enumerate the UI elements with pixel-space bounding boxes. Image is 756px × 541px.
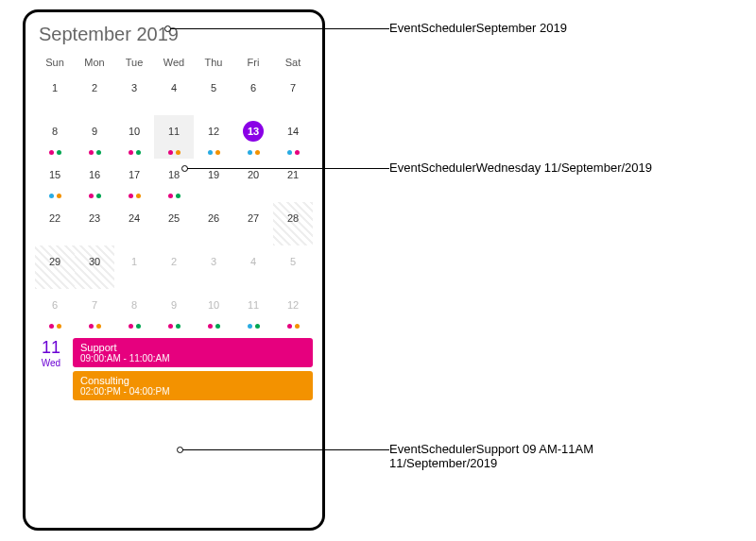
dow-cell: Sat — [273, 53, 313, 72]
event-indicators — [35, 194, 75, 198]
day-cell[interactable]: 19 — [194, 159, 233, 202]
event-dot — [57, 150, 61, 155]
day-cell[interactable]: 4 — [154, 72, 194, 115]
day-number: 13 — [243, 121, 264, 142]
event-indicators — [154, 150, 194, 155]
day-cell[interactable]: 12 — [194, 115, 233, 159]
event-dot — [96, 324, 101, 329]
annotation-text: EventSchedulerWednesday 11/September/201… — [389, 161, 652, 175]
event-dot — [129, 150, 133, 155]
day-cell[interactable]: 21 — [273, 159, 313, 202]
day-cell[interactable]: 1 — [114, 245, 154, 289]
day-number: 6 — [44, 295, 65, 315]
day-cell[interactable]: 2 — [154, 245, 194, 289]
event-time: 09:00:AM - 11:00:AM — [80, 353, 305, 363]
annotation-text: 11/September/2019 — [389, 456, 497, 470]
calendar-widget: September 2019 SunMonTueWedThuFriSat 123… — [23, 9, 325, 531]
day-cell[interactable]: 7 — [75, 289, 114, 332]
dow-cell: Thu — [194, 53, 233, 72]
day-cell[interactable]: 30 — [75, 245, 114, 289]
selected-date-weekday: Wed — [35, 358, 67, 368]
event-dot — [129, 194, 133, 198]
day-number: 30 — [84, 251, 105, 272]
event-dot — [248, 324, 252, 329]
event-title: Consulting — [80, 375, 305, 386]
event-dot — [49, 150, 54, 155]
day-cell[interactable]: 9 — [75, 115, 114, 159]
event-dot — [89, 194, 94, 198]
event-dot — [89, 324, 94, 329]
event-item[interactable]: Support09:00:AM - 11:00:AM — [73, 338, 313, 367]
week-row: 891011121314 — [35, 115, 313, 159]
day-number: 15 — [44, 164, 65, 185]
day-cell[interactable]: 8 — [114, 289, 154, 332]
day-number: 23 — [84, 208, 105, 228]
event-indicators — [154, 324, 194, 329]
week-row: 1234567 — [35, 72, 313, 115]
day-number: 29 — [44, 251, 65, 272]
day-cell[interactable]: 2 — [75, 72, 114, 115]
day-number: 12 — [283, 295, 303, 315]
day-cell[interactable]: 6 — [233, 72, 273, 115]
event-dot — [168, 194, 173, 198]
event-indicators — [35, 150, 75, 155]
day-number: 2 — [84, 77, 105, 98]
day-cell[interactable]: 25 — [154, 202, 194, 245]
day-cell[interactable]: 8 — [35, 115, 75, 159]
day-number: 12 — [203, 121, 224, 142]
day-cell[interactable]: 9 — [154, 289, 194, 332]
day-cell[interactable]: 7 — [273, 72, 313, 115]
event-dot — [96, 194, 101, 198]
day-cell[interactable]: 24 — [114, 202, 154, 245]
day-cell[interactable]: 6 — [35, 289, 75, 332]
day-cell[interactable]: 4 — [233, 245, 273, 289]
day-cell[interactable]: 10 — [114, 115, 154, 159]
day-cell[interactable]: 1 — [35, 72, 75, 115]
day-cell[interactable]: 28 — [273, 202, 313, 245]
day-cell[interactable]: 10 — [194, 289, 233, 332]
day-cell[interactable]: 27 — [233, 202, 273, 245]
event-indicators — [194, 324, 233, 329]
dow-cell: Mon — [75, 53, 114, 72]
day-number: 4 — [243, 251, 264, 272]
day-cell[interactable]: 3 — [194, 245, 233, 289]
day-cell[interactable]: 23 — [75, 202, 114, 245]
event-indicators — [233, 150, 273, 155]
day-cell[interactable]: 29 — [35, 245, 75, 289]
day-cell[interactable]: 14 — [273, 115, 313, 159]
day-cell[interactable]: 17 — [114, 159, 154, 202]
event-dot — [168, 150, 173, 155]
day-cell[interactable]: 12 — [273, 289, 313, 332]
annotation-event: EventSchedulerSupport 09 AM-11AM 11/Sept… — [389, 442, 593, 470]
day-number: 8 — [124, 295, 145, 315]
event-item[interactable]: Consulting02:00:PM - 04:00:PM — [73, 371, 313, 400]
event-dot — [129, 324, 133, 329]
day-cell[interactable]: 13 — [233, 115, 273, 159]
day-cell[interactable]: 15 — [35, 159, 75, 202]
event-dot — [49, 324, 54, 329]
day-cell[interactable]: 18 — [154, 159, 194, 202]
event-indicators — [75, 194, 114, 198]
day-cell[interactable]: 5 — [273, 245, 313, 289]
event-dot — [215, 150, 220, 155]
day-cell[interactable]: 26 — [194, 202, 233, 245]
day-cell[interactable]: 22 — [35, 202, 75, 245]
day-number: 7 — [283, 77, 303, 98]
day-number: 10 — [124, 121, 145, 142]
day-cell[interactable]: 11 — [154, 115, 194, 159]
day-number: 8 — [44, 121, 65, 142]
event-dot — [57, 324, 61, 329]
event-dot — [96, 150, 101, 155]
dow-cell: Sun — [35, 53, 75, 72]
week-row: 293012345 — [35, 245, 313, 289]
event-dot — [176, 324, 180, 329]
day-cell[interactable]: 11 — [233, 289, 273, 332]
day-cell[interactable]: 5 — [194, 72, 233, 115]
day-cell[interactable]: 16 — [75, 159, 114, 202]
day-number: 9 — [84, 121, 105, 142]
annotation-text: EventSchedulerSupport 09 AM-11AM — [389, 442, 593, 456]
event-dot — [255, 324, 260, 329]
day-cell[interactable]: 20 — [233, 159, 273, 202]
event-dot — [215, 324, 220, 329]
day-cell[interactable]: 3 — [114, 72, 154, 115]
